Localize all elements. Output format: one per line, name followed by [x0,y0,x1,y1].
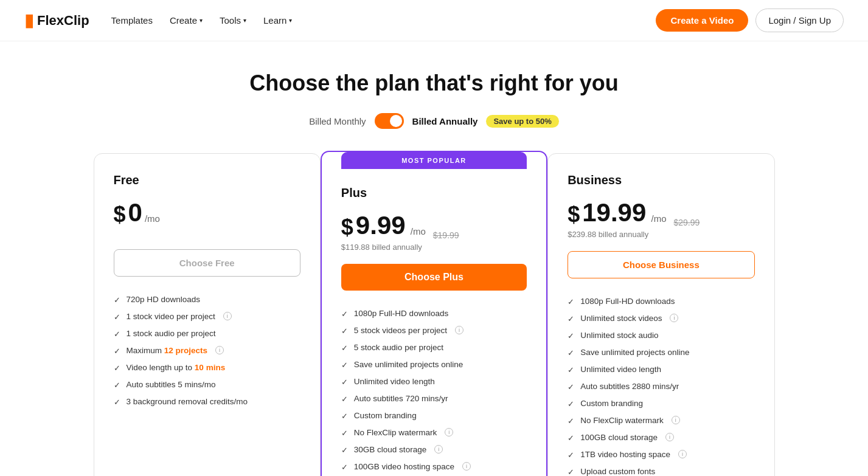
check-icon: ✓ [568,382,574,391]
price-mo-plus: /mo [408,226,426,236]
billing-monthly-label: Billed Monthly [309,116,366,126]
list-item: ✓100GB video hosting spacei [341,458,527,475]
list-item: ✓Save unlimited projects online [568,344,754,361]
price-annual-plus: $119.88 billed annually [341,243,527,252]
list-item: ✓Unlimited video length [568,361,754,378]
list-item: ✓Unlimited stock audio [568,327,754,344]
most-popular-badge: MOST POPULAR [341,152,527,169]
features-free: ✓720p HD downloads ✓1 stock video per pr… [114,291,300,410]
price-mo-business: /mo [648,213,666,224]
price-row-business: $ 19.99 /mo $29.99 [568,198,754,227]
list-item: ✓5 stock audio per project [341,339,527,356]
choose-free-button[interactable]: Choose Free [114,249,300,277]
check-icon: ✓ [568,450,574,460]
list-item: ✓1 stock video per projecti [114,308,300,325]
check-icon: ✓ [341,412,348,421]
list-item: ✓3 background removal credits/mo [114,393,300,410]
check-icon: ✓ [114,381,120,390]
features-plus: ✓1080p Full-HD downloads ✓5 stock videos… [341,305,527,476]
check-icon: ✓ [568,467,574,476]
check-icon: ✓ [114,312,120,322]
logo[interactable]: ▮ FlexClip [24,10,89,30]
plan-card-business: Business $ 19.99 /mo $29.99 $239.88 bill… [547,153,774,476]
list-item: ✓Video length up to 10 mins [114,359,300,376]
check-icon: ✓ [114,364,120,373]
check-icon: ✓ [341,463,348,472]
list-item: ✓1 stock audio per project [114,325,300,342]
save-badge: Save up to 50% [486,115,558,128]
plan-card-free: Free $ 0 /mo Choose Free ✓720p HD downlo… [94,153,321,476]
price-original-business: $29.99 [673,218,700,227]
list-item: ✓720p HD downloads [114,291,300,308]
billing-annually-label: Billed Annually [412,116,478,126]
price-dollar-plus: $ [341,215,353,240]
nav-create[interactable]: Create ▾ [170,15,203,26]
billing-toggle-row: Billed Monthly Billed Annually Save up t… [94,113,775,129]
check-icon: ✓ [568,365,574,374]
nav-left: ▮ FlexClip Templates Create ▾ Tools ▾ Le… [24,10,292,30]
price-dollar-business: $ [568,202,580,227]
list-item: ✓No FlexClip watermarki [341,424,527,441]
info-icon[interactable]: i [678,450,687,458]
nav-tools[interactable]: Tools ▾ [220,15,246,26]
plan-name-business: Business [568,173,754,187]
info-icon[interactable]: i [670,314,678,322]
billing-toggle[interactable] [375,113,404,129]
list-item: ✓Auto subtitles 5 mins/mo [114,376,300,393]
price-amount-business: 19.99 [582,198,646,227]
info-icon[interactable]: i [462,462,471,471]
plan-card-plus: MOST POPULAR Plus $ 9.99 /mo $19.99 $119… [321,151,547,476]
page-title: Choose the plan that's right for you [94,71,775,96]
check-icon: ✓ [568,399,574,409]
info-icon[interactable]: i [455,326,464,334]
pricing-grid: Free $ 0 /mo Choose Free ✓720p HD downlo… [94,153,775,476]
create-video-button[interactable]: Create a Video [656,9,748,32]
check-icon: ✓ [114,295,120,305]
nav-learn[interactable]: Learn ▾ [263,15,292,26]
choose-business-button[interactable]: Choose Business [568,251,754,278]
info-icon[interactable]: i [223,312,232,320]
chevron-down-icon: ▾ [243,17,246,24]
price-amount-free: 0 [128,198,142,227]
list-item: ✓Custom branding [568,395,754,412]
price-original-plus: $19.99 [433,230,459,240]
list-item: ✓Maximum 12 projectsi [114,342,300,359]
logo-icon: ▮ [24,10,33,30]
nav-right: Create a Video Login / Sign Up [656,9,844,32]
price-row-plus: $ 9.99 /mo $19.99 [341,211,527,240]
toggle-thumb [390,115,402,127]
check-icon: ✓ [568,433,574,443]
info-icon[interactable]: i [215,346,224,354]
login-signup-button[interactable]: Login / Sign Up [755,9,844,32]
plan-name-plus: Plus [341,186,527,200]
nav-templates[interactable]: Templates [111,15,153,26]
choose-plus-button[interactable]: Choose Plus [341,264,527,291]
list-item: ✓Save unlimited projects online [341,356,527,373]
info-icon[interactable]: i [665,433,674,441]
info-icon[interactable]: i [445,428,453,436]
info-icon[interactable]: i [434,445,443,454]
check-icon: ✓ [568,297,574,306]
info-icon[interactable]: i [672,416,680,424]
list-item: ✓Auto subtitles 2880 mins/yr [568,378,754,395]
list-item: ✓1TB video hosting spacei [568,446,754,463]
price-amount-plus: 9.99 [356,211,406,240]
check-icon: ✓ [568,416,574,426]
list-item: ✓Auto subtitles 720 mins/yr [341,390,527,407]
check-icon: ✓ [568,331,574,340]
list-item: ✓1080p Full-HD downloads [341,305,527,322]
price-annual-business: $239.88 billed annually [568,230,754,239]
plan-name-free: Free [114,173,300,187]
check-icon: ✓ [114,347,120,356]
check-icon: ✓ [341,395,348,404]
check-icon: ✓ [341,326,348,336]
check-icon: ✓ [341,429,348,438]
check-icon: ✓ [341,446,348,455]
check-icon: ✓ [568,348,574,357]
list-item: ✓Custom branding [341,407,527,424]
check-icon: ✓ [114,329,120,339]
list-item: ✓100GB cloud storagei [568,429,754,446]
features-business: ✓1080p Full-HD downloads ✓Unlimited stoc… [568,293,754,476]
price-row-free: $ 0 /mo [114,198,300,227]
nav-links: Templates Create ▾ Tools ▾ Learn ▾ [111,15,293,26]
